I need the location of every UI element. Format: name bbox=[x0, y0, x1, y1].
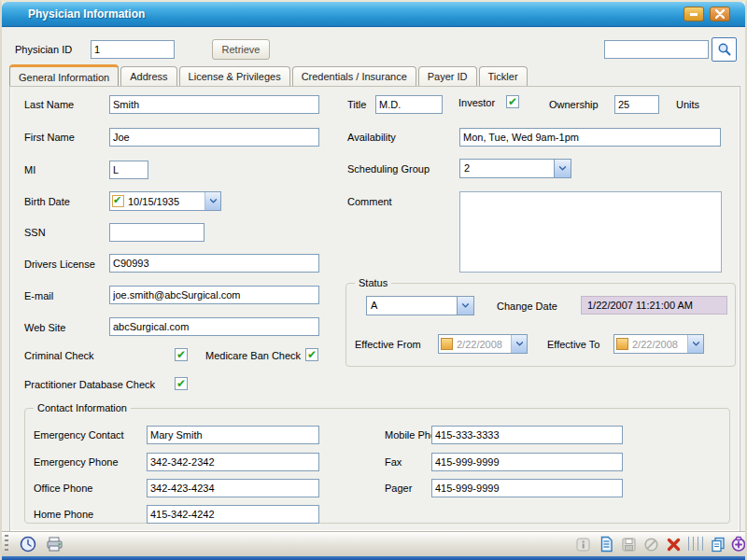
contact-information-groupbox: Contact Information bbox=[24, 408, 730, 524]
copy-icon bbox=[710, 536, 726, 553]
fax-label: Fax bbox=[385, 456, 402, 468]
physician-id-input[interactable] bbox=[91, 40, 175, 59]
search-icon bbox=[717, 42, 732, 57]
emergency-phone-input[interactable] bbox=[147, 453, 319, 471]
clock-button[interactable] bbox=[19, 535, 37, 553]
effective-from-checkbox[interactable] bbox=[441, 338, 453, 350]
title-bar: Physician Information bbox=[2, 2, 745, 27]
info-button[interactable] bbox=[573, 535, 592, 553]
scheduling-group-select[interactable]: 2 bbox=[459, 159, 571, 178]
chevron-down-icon bbox=[559, 166, 566, 171]
status-group-title: Status bbox=[355, 277, 391, 288]
pager-input[interactable] bbox=[431, 479, 623, 497]
delete-button[interactable] bbox=[664, 535, 683, 553]
effective-to-checkbox[interactable] bbox=[616, 338, 628, 350]
emergency-phone-label: Emergency Phone bbox=[34, 456, 119, 468]
last-name-input[interactable] bbox=[109, 95, 319, 114]
physician-information-window: Physician Information Physician ID Retri… bbox=[0, 0, 747, 560]
copy-button[interactable] bbox=[709, 535, 727, 553]
new-document-icon bbox=[599, 536, 614, 553]
save-button[interactable] bbox=[619, 535, 638, 553]
chevron-down-icon bbox=[693, 342, 699, 346]
web-site-input[interactable] bbox=[109, 317, 319, 336]
office-phone-input[interactable] bbox=[147, 479, 319, 497]
birth-date-checkbox[interactable] bbox=[112, 195, 124, 207]
cancel-button[interactable] bbox=[641, 535, 660, 553]
effective-to-value: 2/22/2008 bbox=[630, 339, 687, 350]
add-record-button[interactable] bbox=[729, 535, 747, 553]
availability-label: Availability bbox=[347, 132, 396, 143]
change-date-label: Change Date bbox=[497, 301, 557, 312]
tab-payer-id[interactable]: Payer ID bbox=[418, 66, 477, 87]
add-record-icon bbox=[730, 536, 747, 553]
ownership-label: Ownership bbox=[549, 99, 599, 110]
effective-to-date-picker[interactable]: 2/22/2008 bbox=[613, 334, 704, 354]
mobile-phone-input[interactable] bbox=[431, 426, 623, 444]
effective-from-label: Effective From bbox=[355, 339, 421, 350]
scheduling-group-dropdown-button[interactable] bbox=[554, 160, 571, 177]
effective-from-value: 2/22/2008 bbox=[455, 339, 511, 350]
retrieve-button[interactable]: Retrieve bbox=[212, 39, 270, 60]
first-name-input[interactable] bbox=[109, 128, 319, 147]
home-phone-label: Home Phone bbox=[34, 509, 93, 520]
medicare-ban-check-checkbox[interactable] bbox=[305, 348, 318, 361]
tab-credentials-insurance[interactable]: Credentials / Insurance bbox=[292, 66, 416, 87]
ownership-input[interactable] bbox=[614, 95, 659, 114]
criminal-check-label: Criminal Check bbox=[24, 350, 94, 361]
minimize-icon bbox=[689, 9, 698, 19]
minimize-button[interactable] bbox=[684, 7, 704, 21]
availability-input[interactable] bbox=[459, 128, 721, 147]
physician-id-label: Physician ID bbox=[15, 44, 72, 55]
scheduling-group-label: Scheduling Group bbox=[347, 163, 430, 175]
effective-to-dropdown-button[interactable] bbox=[687, 335, 703, 353]
chevron-down-icon bbox=[516, 342, 523, 346]
effective-from-dropdown-button[interactable] bbox=[511, 335, 527, 353]
new-document-button[interactable] bbox=[597, 535, 615, 553]
tab-address[interactable]: Address bbox=[120, 66, 176, 87]
practitioner-database-check-checkbox[interactable] bbox=[175, 377, 188, 390]
mi-input[interactable] bbox=[109, 161, 148, 179]
status-dropdown-button[interactable] bbox=[457, 297, 473, 315]
tab-tickler[interactable]: Tickler bbox=[479, 66, 528, 87]
home-phone-input[interactable] bbox=[147, 505, 319, 524]
practitioner-database-check-label: Practitioner Database Check bbox=[24, 379, 155, 390]
clock-icon bbox=[20, 536, 36, 553]
title-label: Title bbox=[347, 99, 366, 110]
pager-label: Pager bbox=[385, 483, 412, 494]
chevron-down-icon bbox=[462, 303, 469, 308]
effective-from-date-picker[interactable]: 2/22/2008 bbox=[438, 334, 528, 354]
ssn-label: SSN bbox=[24, 227, 46, 238]
birth-date-value: 10/15/1935 bbox=[126, 196, 204, 207]
drivers-license-label: Drivers License bbox=[24, 259, 95, 270]
contact-information-title: Contact Information bbox=[34, 402, 131, 413]
tab-license-privileges[interactable]: License & Privileges bbox=[179, 66, 290, 87]
cancel-icon bbox=[643, 537, 659, 553]
emergency-contact-input[interactable] bbox=[147, 426, 319, 444]
search-button[interactable] bbox=[712, 37, 737, 62]
fax-input[interactable] bbox=[431, 453, 623, 471]
birth-date-picker[interactable]: 10/15/1935 bbox=[109, 191, 221, 211]
print-button[interactable] bbox=[45, 535, 63, 553]
email-input[interactable] bbox=[109, 286, 319, 304]
search-input[interactable] bbox=[604, 40, 709, 59]
close-button[interactable] bbox=[710, 7, 730, 21]
window-bottom-border bbox=[2, 556, 745, 560]
investor-checkbox[interactable] bbox=[506, 95, 519, 108]
medicare-ban-check-label: Medicare Ban Check bbox=[205, 350, 301, 361]
chevron-down-icon bbox=[210, 199, 217, 203]
ssn-input[interactable] bbox=[109, 223, 204, 242]
title-input[interactable] bbox=[375, 95, 443, 114]
drivers-license-input[interactable] bbox=[109, 254, 319, 273]
first-name-label: First Name bbox=[24, 132, 75, 143]
status-select[interactable]: A bbox=[366, 296, 474, 315]
birth-date-label: Birth Date bbox=[24, 196, 70, 207]
print-icon bbox=[46, 536, 63, 553]
scheduling-group-value: 2 bbox=[460, 160, 554, 177]
office-phone-label: Office Phone bbox=[34, 483, 92, 494]
birth-date-dropdown-button[interactable] bbox=[204, 192, 220, 210]
window-title: Physician Information bbox=[28, 7, 145, 21]
comment-textarea[interactable] bbox=[459, 191, 722, 273]
criminal-check-checkbox[interactable] bbox=[175, 348, 188, 361]
status-value: A bbox=[367, 297, 457, 315]
tab-general-information[interactable]: General Information bbox=[9, 64, 119, 87]
